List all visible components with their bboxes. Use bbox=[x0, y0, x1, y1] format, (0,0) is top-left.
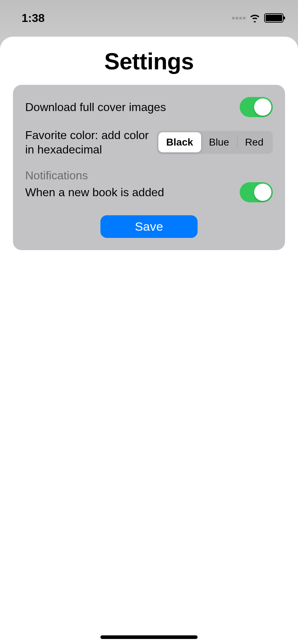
cellular-dots-icon bbox=[232, 17, 245, 19]
segment-black[interactable]: Black bbox=[158, 132, 201, 152]
status-time: 1:38 bbox=[22, 12, 45, 25]
notifications-section-header: Notifications bbox=[25, 169, 273, 182]
settings-card: Download full cover images Favorite colo… bbox=[13, 85, 285, 250]
download-full-cover-label: Download full cover images bbox=[25, 100, 234, 114]
segment-red[interactable]: Red bbox=[237, 132, 271, 152]
settings-sheet: Settings Download full cover images Favo… bbox=[0, 37, 298, 644]
wifi-icon bbox=[249, 14, 261, 22]
favorite-color-label: Favorite color: add color in hexadecimal bbox=[25, 128, 151, 157]
new-book-added-row: When a new book is added bbox=[25, 182, 273, 202]
segment-blue[interactable]: Blue bbox=[201, 132, 237, 152]
status-right bbox=[232, 13, 284, 23]
favorite-color-row: Favorite color: add color in hexadecimal… bbox=[25, 128, 273, 157]
new-book-added-toggle[interactable] bbox=[240, 182, 273, 202]
new-book-added-label: When a new book is added bbox=[25, 185, 234, 199]
download-full-cover-toggle[interactable] bbox=[240, 97, 273, 117]
status-bar: 1:38 bbox=[0, 0, 298, 36]
save-button[interactable]: Save bbox=[100, 215, 198, 238]
save-row: Save bbox=[25, 215, 273, 238]
favorite-color-segmented[interactable]: Black Blue Red bbox=[157, 131, 273, 154]
home-indicator bbox=[100, 635, 198, 639]
battery-icon bbox=[264, 13, 284, 23]
page-title: Settings bbox=[0, 48, 298, 75]
download-full-cover-row: Download full cover images bbox=[25, 97, 273, 117]
